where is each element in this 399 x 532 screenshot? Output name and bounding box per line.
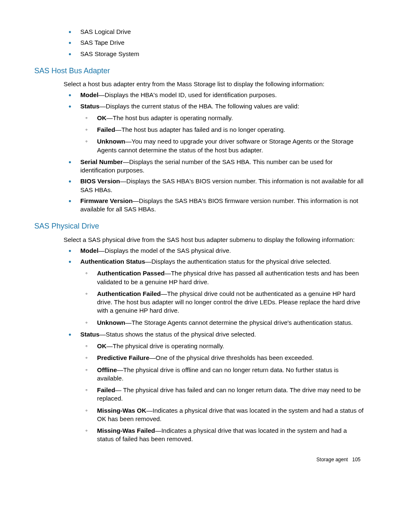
term-label: Failed bbox=[97, 126, 115, 133]
sub-item-predictive-failure: Predictive Failure—One of the physical d… bbox=[80, 354, 365, 362]
sub-item-ok: OK—The physical drive is operating norma… bbox=[80, 342, 365, 350]
sub-item-failed: Failed— The physical drive has failed an… bbox=[80, 386, 365, 403]
list-item-status: Status—Displays the current status of th… bbox=[64, 102, 365, 154]
term-text: —The physical drive is offline and can n… bbox=[97, 366, 339, 382]
term-label: Failed bbox=[97, 386, 115, 393]
list-item-status: Status—Status shows the status of the ph… bbox=[64, 330, 365, 444]
term-label: Model bbox=[80, 247, 98, 254]
term-text: —The host bus adapter is operating norma… bbox=[107, 114, 233, 121]
status-sublist: OK—The physical drive is operating norma… bbox=[80, 342, 365, 444]
list-item-model: Model—Displays the HBA's model ID, used … bbox=[64, 91, 365, 99]
list-item-bios: BIOS Version—Displays the SAS HBA's BIOS… bbox=[64, 177, 365, 194]
term-text: —The host bus adapter has failed and is … bbox=[115, 126, 285, 133]
term-text: —Displays the model of the SAS physical … bbox=[98, 247, 231, 254]
item-text: SAS Tape Drive bbox=[80, 39, 125, 46]
term-label: Firmware Version bbox=[80, 197, 133, 204]
page-number: 105 bbox=[352, 457, 361, 463]
sub-item-unknown: Unknown—You may need to upgrade your dri… bbox=[80, 137, 365, 154]
list-item-auth-status: Authentication Status—Displays the authe… bbox=[64, 257, 365, 327]
sub-item-missing-was-failed: Missing-Was Failed—Indicates a physical … bbox=[80, 427, 365, 444]
term-label: Authentication Status bbox=[80, 258, 145, 265]
section-title-sas-physical-drive: SAS Physical Drive bbox=[34, 221, 365, 231]
sas-physical-drive-list: Model—Displays the model of the SAS phys… bbox=[64, 247, 365, 444]
sub-item-ok: OK—The host bus adapter is operating nor… bbox=[80, 114, 365, 122]
term-label: Status bbox=[80, 103, 100, 110]
term-label: Authentication Failed bbox=[97, 290, 161, 297]
item-text: SAS Storage System bbox=[80, 50, 139, 57]
auth-sublist: Authentication Passed—The physical drive… bbox=[80, 269, 365, 327]
term-text: —Displays the authentication status for … bbox=[145, 258, 331, 265]
term-label: Unknown bbox=[97, 138, 125, 145]
term-text: —Displays the current status of the HBA.… bbox=[100, 103, 299, 110]
list-item: SAS Logical Drive bbox=[64, 28, 365, 36]
term-label: OK bbox=[97, 114, 107, 121]
list-item-serial: Serial Number—Displays the serial number… bbox=[64, 158, 365, 175]
term-text: —One of the physical drive thresholds ha… bbox=[149, 354, 314, 361]
term-label: Missing-Was Failed bbox=[97, 427, 155, 434]
term-label: Authentication Passed bbox=[97, 270, 165, 277]
section-intro: Select a host bus adapter entry from the… bbox=[64, 80, 365, 88]
sub-item-auth-passed: Authentication Passed—The physical drive… bbox=[80, 269, 365, 286]
term-text: —Displays the HBA's model ID, used for i… bbox=[98, 91, 276, 98]
sub-item-unknown: Unknown—The Storage Agents cannot determ… bbox=[80, 319, 365, 327]
term-text: —The physical drive is operating normall… bbox=[107, 342, 225, 350]
item-text: SAS Logical Drive bbox=[80, 28, 131, 35]
sub-item-offline: Offline—The physical drive is offline an… bbox=[80, 366, 365, 383]
list-item-model: Model—Displays the model of the SAS phys… bbox=[64, 247, 365, 255]
section-title-sas-hba: SAS Host Bus Adapter bbox=[34, 66, 365, 76]
term-text: —The Storage Agents cannot determine the… bbox=[125, 319, 353, 326]
section-intro: Select a SAS physical drive from the SAS… bbox=[64, 236, 365, 244]
term-text: —Displays the SAS HBA's BIOS version num… bbox=[80, 177, 363, 193]
term-text: — The physical drive has failed and can … bbox=[97, 386, 361, 402]
footer-label: Storage agent bbox=[317, 457, 348, 463]
term-label: BIOS Version bbox=[80, 177, 120, 185]
term-text: —You may need to upgrade your driver sof… bbox=[97, 138, 353, 153]
term-label: Model bbox=[80, 91, 98, 98]
term-label: Missing-Was OK bbox=[97, 407, 146, 414]
term-label: OK bbox=[97, 342, 107, 350]
sub-item-missing-was-ok: Missing-Was OK—Indicates a physical driv… bbox=[80, 406, 365, 424]
term-label: Unknown bbox=[97, 319, 125, 326]
sub-item-failed: Failed—The host bus adapter has failed a… bbox=[80, 126, 365, 134]
list-item-firmware: Firmware Version—Displays the SAS HBA's … bbox=[64, 197, 365, 214]
page-footer: Storage agent 105 bbox=[34, 456, 365, 463]
sub-item-auth-failed: Authentication Failed—The physical drive… bbox=[80, 290, 365, 315]
term-label: Predictive Failure bbox=[97, 354, 149, 361]
list-item: SAS Storage System bbox=[64, 50, 365, 58]
list-item: SAS Tape Drive bbox=[64, 39, 365, 47]
status-sublist: OK—The host bus adapter is operating nor… bbox=[80, 114, 365, 154]
sas-hba-list: Model—Displays the HBA's model ID, used … bbox=[64, 91, 365, 213]
term-label: Serial Number bbox=[80, 158, 123, 165]
term-label: Status bbox=[80, 331, 100, 338]
term-label: Offline bbox=[97, 366, 117, 373]
term-text: —Status shows the status of the physical… bbox=[100, 331, 256, 338]
top-simple-list: SAS Logical Drive SAS Tape Drive SAS Sto… bbox=[64, 28, 365, 58]
